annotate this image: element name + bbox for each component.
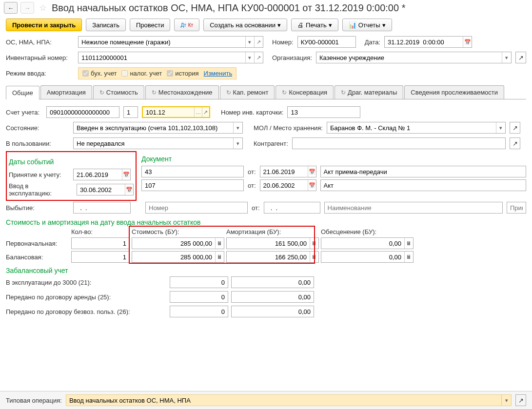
print-button[interactable]: 🖨 Печать ▾ <box>291 19 338 31</box>
date-label: Дата: <box>365 39 380 46</box>
open-icon[interactable]: ↗ <box>510 137 520 149</box>
open-icon[interactable]: ↗ <box>202 107 209 117</box>
number-label: Номер: <box>272 39 294 46</box>
contr-input[interactable] <box>292 137 506 149</box>
inuse-input[interactable]: ▾ <box>73 137 243 149</box>
doc3-num-input[interactable] <box>145 202 248 214</box>
calendar-icon[interactable]: 📅 <box>463 37 472 47</box>
offbal-row2-qty[interactable] <box>170 291 228 303</box>
back-button[interactable]: ← <box>4 2 18 14</box>
chart-icon: 📊 <box>349 21 356 29</box>
calendar-icon[interactable]: 📅 <box>122 169 130 180</box>
initial-label: Первоначальная: <box>6 240 69 247</box>
dates-section-title: Даты событий <box>9 158 134 166</box>
doc2-name-input[interactable] <box>320 179 526 191</box>
tab-kapremont[interactable]: ↻Кап. ремонт <box>220 85 275 99</box>
dtkt-button[interactable]: ДтКт <box>174 19 199 31</box>
offbal-row2-label: Передано по договору аренды (25): <box>6 293 167 301</box>
ellipsis-icon[interactable]: … <box>194 107 201 117</box>
account-sub-input[interactable] <box>123 106 138 118</box>
dropdown-icon: ▾ <box>277 21 281 29</box>
save-button[interactable]: Записать <box>86 19 126 31</box>
calc-icon[interactable]: 🖩 <box>310 252 318 262</box>
dropdown-icon[interactable]: ▾ <box>233 138 242 149</box>
tab-cost[interactable]: ↻Стоимость <box>93 85 144 99</box>
post-button[interactable]: Провести <box>130 19 171 31</box>
accept-label: Принятие к учету: <box>9 171 69 178</box>
calendar-icon[interactable]: 📅 <box>308 180 316 191</box>
impair1-input[interactable]: 🖩 <box>321 237 414 249</box>
star-icon[interactable]: ☆ <box>39 2 47 13</box>
disposal-date-input[interactable] <box>73 202 131 214</box>
qty-head: Кол-во: <box>71 228 130 235</box>
dropdown-icon[interactable]: ▾ <box>245 37 254 47</box>
offbal-row3-val[interactable] <box>231 306 314 317</box>
tab-amortization[interactable]: Амортизация <box>40 85 92 99</box>
impair2-input[interactable]: 🖩 <box>321 251 414 263</box>
doc3-order-input[interactable] <box>507 202 526 214</box>
dropdown-icon[interactable]: ▾ <box>496 122 505 133</box>
state-label: Состояние: <box>6 124 69 132</box>
os-input[interactable]: ▾↗ <box>78 36 263 48</box>
card-input[interactable] <box>287 106 360 118</box>
open-icon[interactable]: ↗ <box>515 52 526 63</box>
doc1-name-input[interactable] <box>320 166 526 177</box>
calc-icon[interactable]: 🖩 <box>310 238 318 249</box>
amort1-input[interactable]: 🖩 <box>226 237 319 249</box>
forward-button[interactable]: → <box>20 2 34 14</box>
create-based-button[interactable]: Создать на основании ▾ <box>203 19 287 31</box>
open-icon[interactable]: ↗ <box>254 37 263 47</box>
offbal-row3-qty[interactable] <box>170 306 228 317</box>
tab-dragmat[interactable]: ↻Драг. материалы <box>335 85 403 99</box>
state-input[interactable]: ▾ <box>73 122 243 134</box>
doc2-num-input[interactable] <box>141 179 244 191</box>
date-input[interactable]: 📅 <box>384 36 472 48</box>
cost2-input[interactable]: 🖩 <box>132 251 224 263</box>
tab-trace[interactable]: Сведения прослеживаемости <box>404 85 504 99</box>
calendar-icon[interactable]: 📅 <box>125 184 133 195</box>
inv-input[interactable]: ▾↗ <box>78 52 263 63</box>
mol-input[interactable]: ▾ <box>327 122 506 134</box>
printer-icon: 🖨 <box>297 21 304 29</box>
doc1-date-input[interactable]: 📅 <box>260 166 316 177</box>
dropdown-icon[interactable]: ▾ <box>502 52 511 63</box>
calc-icon[interactable]: 🖩 <box>404 252 413 262</box>
accept-date-input[interactable]: 📅 <box>73 169 131 180</box>
doc3-name-input[interactable] <box>324 202 503 214</box>
account-input[interactable] <box>46 106 119 118</box>
doc1-num-input[interactable] <box>141 166 244 177</box>
number-input[interactable] <box>297 36 356 48</box>
tab-location[interactable]: ↻Местонахождение <box>145 85 219 99</box>
amort2-input[interactable]: 🖩 <box>226 251 319 263</box>
account-code-input[interactable]: …↗ <box>142 106 210 118</box>
calc-icon[interactable]: 🖩 <box>215 238 224 249</box>
doc2-date-input[interactable]: 📅 <box>260 179 316 191</box>
offbal-row3-label: Передано по договору безвоз. польз. (26)… <box>6 308 167 315</box>
history-icon: ↻ <box>341 89 346 96</box>
expl-date-input[interactable]: 📅 <box>77 184 134 195</box>
dropdown-icon[interactable]: ▾ <box>245 52 254 63</box>
mode-nalog-checkbox[interactable]: налог. учет <box>121 70 162 77</box>
cost1-input[interactable]: 🖩 <box>132 237 224 249</box>
tab-conservation[interactable]: ↻Консервация <box>276 85 334 99</box>
calc-icon[interactable]: 🖩 <box>215 252 224 262</box>
offbal-row1-qty[interactable] <box>170 276 228 288</box>
reports-button[interactable]: 📊 Отчеты ▾ <box>342 19 392 31</box>
open-icon[interactable]: ↗ <box>254 52 263 63</box>
from-label: от: <box>248 182 256 189</box>
qty1-input[interactable] <box>71 237 130 249</box>
mode-change-link[interactable]: Изменить <box>204 70 233 77</box>
tab-general[interactable]: Общие <box>6 86 39 99</box>
mode-hist-checkbox[interactable]: история <box>167 70 198 77</box>
calendar-icon[interactable]: 📅 <box>308 166 316 177</box>
calc-icon[interactable]: 🖩 <box>404 238 413 249</box>
offbal-row2-val[interactable] <box>231 291 314 303</box>
org-input[interactable]: ▾ <box>316 52 512 63</box>
doc3-date-input[interactable] <box>264 202 320 214</box>
dropdown-icon[interactable]: ▾ <box>233 122 242 133</box>
post-close-button[interactable]: Провести и закрыть <box>6 19 82 31</box>
mode-buh-checkbox[interactable]: бух. учет <box>82 70 117 77</box>
offbal-row1-val[interactable] <box>231 276 314 288</box>
qty2-input[interactable] <box>71 251 130 263</box>
open-icon[interactable]: ↗ <box>510 122 520 134</box>
